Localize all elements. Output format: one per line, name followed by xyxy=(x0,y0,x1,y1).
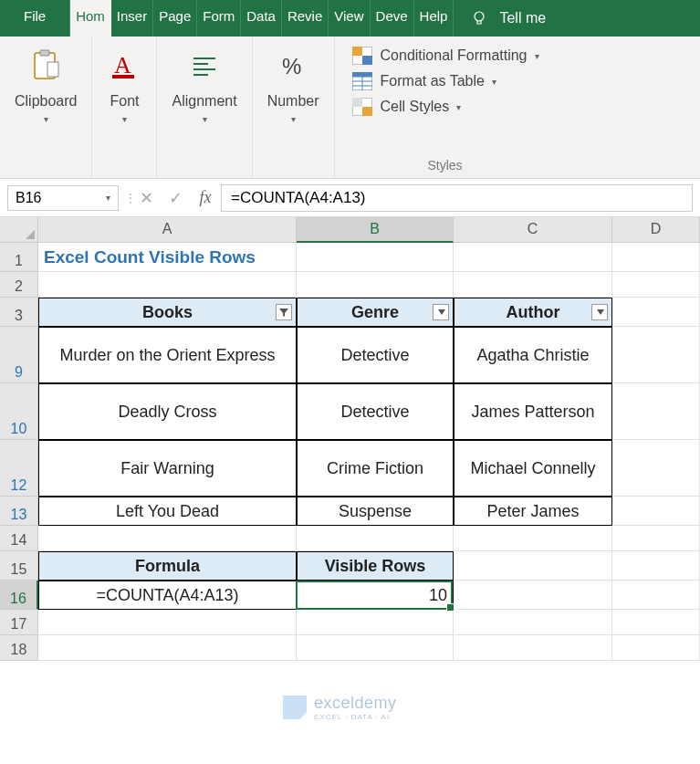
tab-data[interactable]: Data xyxy=(241,0,282,37)
row-header[interactable]: 15 xyxy=(0,551,38,581)
table-header-books[interactable]: Books xyxy=(38,298,297,327)
table-cell[interactable]: Detective xyxy=(297,327,454,383)
cell[interactable] xyxy=(454,272,612,298)
table-header-genre[interactable]: Genre xyxy=(297,298,454,327)
format-as-table-button[interactable]: Format as Table ▾ xyxy=(351,71,496,91)
row-header[interactable]: 12 xyxy=(0,440,38,497)
table-cell[interactable]: Fair Warning xyxy=(38,440,297,497)
formula-input[interactable]: =COUNTA(A4:A13) xyxy=(221,184,693,212)
cell[interactable] xyxy=(454,243,612,272)
filter-icon[interactable] xyxy=(276,304,292,320)
row-header[interactable]: 3 xyxy=(0,298,38,327)
row-header[interactable]: 10 xyxy=(0,383,38,440)
formula-bar: B16 ▾ ⋮ ✕ ✓ fx =COUNTA(A4:A13) xyxy=(0,179,700,217)
cell[interactable] xyxy=(612,497,700,526)
tab-home[interactable]: Hom xyxy=(70,0,111,37)
table-cell[interactable]: Crime Fiction xyxy=(297,440,454,497)
alignment-button[interactable]: Alignment▾ xyxy=(166,44,242,129)
row-header[interactable]: 9 xyxy=(0,327,38,383)
tab-formulas[interactable]: Form xyxy=(197,0,241,37)
cell[interactable] xyxy=(38,526,297,551)
title-cell[interactable]: Excel Count Visible Rows xyxy=(38,243,297,272)
filter-dropdown-icon[interactable] xyxy=(591,304,608,320)
fx-icon[interactable]: fx xyxy=(190,188,221,207)
col-header-b[interactable]: B xyxy=(297,217,454,243)
tab-view[interactable]: View xyxy=(329,0,370,37)
cell[interactable] xyxy=(612,610,700,635)
tab-page[interactable]: Page xyxy=(153,0,197,37)
cell[interactable] xyxy=(297,635,454,661)
chevron-down-icon: ▾ xyxy=(106,193,110,203)
result-cell[interactable]: 10 xyxy=(297,581,454,610)
cell[interactable] xyxy=(612,243,700,272)
table-cell[interactable]: Peter James xyxy=(454,497,612,526)
cell[interactable] xyxy=(297,272,454,298)
cell[interactable] xyxy=(297,243,454,272)
table-cell[interactable]: Detective xyxy=(297,383,454,440)
clipboard-button[interactable]: Clipboard▾ xyxy=(9,44,82,129)
table-cell[interactable]: Left You Dead xyxy=(38,497,297,526)
cell[interactable] xyxy=(454,635,612,661)
tab-insert[interactable]: Inser xyxy=(111,0,153,37)
table-cell[interactable]: Agatha Christie xyxy=(454,327,612,383)
select-all-corner[interactable] xyxy=(0,217,38,243)
cell[interactable] xyxy=(612,383,700,440)
table-cell[interactable]: Murder on the Orient Express xyxy=(38,327,297,383)
row-header[interactable]: 18 xyxy=(0,635,38,661)
row-header[interactable]: 17 xyxy=(0,610,38,635)
cell[interactable] xyxy=(612,298,700,327)
cell[interactable] xyxy=(38,272,297,298)
cell[interactable] xyxy=(297,610,454,635)
cell[interactable] xyxy=(612,581,700,610)
cell[interactable] xyxy=(454,551,612,581)
enter-icon[interactable]: ✓ xyxy=(161,188,190,208)
tell-me[interactable]: Tell me xyxy=(454,0,546,37)
col-header-c[interactable]: C xyxy=(454,217,612,243)
filter-dropdown-icon[interactable] xyxy=(433,304,449,320)
watermark: exceldemy EXCEL · DATA · AI xyxy=(283,694,397,721)
cell[interactable] xyxy=(454,610,612,635)
table-cell[interactable]: Deadly Cross xyxy=(38,383,297,440)
summary-header[interactable]: Formula xyxy=(38,551,297,581)
formula-cell[interactable]: =COUNTA(A4:A13) xyxy=(38,581,297,610)
cell[interactable] xyxy=(454,526,612,551)
col-header-d[interactable]: D xyxy=(612,217,700,243)
font-label: Font xyxy=(110,93,139,109)
cell[interactable] xyxy=(612,635,700,661)
cell[interactable] xyxy=(612,440,700,497)
cell[interactable] xyxy=(612,327,700,383)
table-cell[interactable]: Michael Connelly xyxy=(454,440,612,497)
conditional-formatting-button[interactable]: Conditional Formatting ▾ xyxy=(351,46,539,66)
table-header-author[interactable]: Author xyxy=(454,298,612,327)
row-header[interactable]: 16 xyxy=(0,581,38,610)
logo-icon xyxy=(283,696,307,719)
table-cell[interactable]: James Patterson xyxy=(454,383,612,440)
alignment-icon xyxy=(187,47,222,84)
cell[interactable] xyxy=(612,272,700,298)
row-header[interactable]: 1 xyxy=(0,243,38,272)
row-header[interactable]: 13 xyxy=(0,497,38,526)
font-button[interactable]: A Font▾ xyxy=(101,44,147,129)
watermark-tag: EXCEL · DATA · AI xyxy=(314,713,397,721)
cell[interactable] xyxy=(612,526,700,551)
cell[interactable] xyxy=(454,581,612,610)
tab-file[interactable]: File xyxy=(0,0,70,37)
summary-header[interactable]: Visible Rows xyxy=(297,551,454,581)
col-header-a[interactable]: A xyxy=(38,217,297,243)
name-box[interactable]: B16 ▾ xyxy=(7,185,119,211)
cell[interactable] xyxy=(297,526,454,551)
tab-review[interactable]: Revie xyxy=(282,0,329,37)
cancel-icon[interactable]: ✕ xyxy=(131,188,161,208)
tab-help[interactable]: Help xyxy=(414,0,454,37)
lightbulb-icon xyxy=(470,9,488,27)
cell[interactable] xyxy=(38,635,297,661)
cell[interactable] xyxy=(612,551,700,581)
chevron-down-icon: ▾ xyxy=(535,51,539,61)
cell-styles-button[interactable]: Cell Styles ▾ xyxy=(351,97,462,117)
row-header[interactable]: 14 xyxy=(0,526,38,551)
cell[interactable] xyxy=(38,610,297,635)
tab-developer[interactable]: Deve xyxy=(371,0,414,37)
number-button[interactable]: % Number▾ xyxy=(262,44,325,129)
table-cell[interactable]: Suspense xyxy=(297,497,454,526)
row-header[interactable]: 2 xyxy=(0,272,38,298)
